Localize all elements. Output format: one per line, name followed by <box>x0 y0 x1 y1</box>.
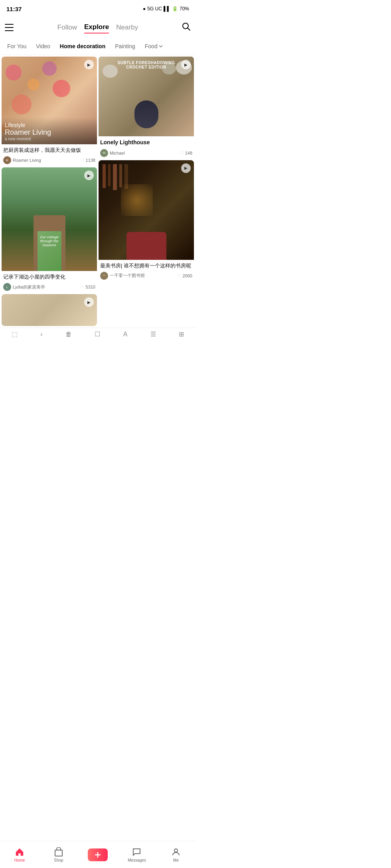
card-library-body: 最美书房| 谁不想拥有一个这样的书房呢 一 一千零一个图书馆 ♡ 2000 <box>99 260 194 281</box>
card-cottage-meta: L Lydia的家居美学 ♡ 5310 <box>3 283 95 291</box>
nav-follow[interactable]: Follow <box>57 22 77 33</box>
toolbar-edit-icon[interactable]: ☐ <box>95 330 100 338</box>
card-cottage-bg: Our cottagethrough theSeasons <box>2 167 97 271</box>
search-button[interactable] <box>182 22 191 33</box>
library-author-name: 一千零一个图书馆 <box>110 273 145 279</box>
card-lighthouse-author: M Michael <box>100 149 125 157</box>
card-kitchen-likes: ♡ 1138 <box>80 157 95 163</box>
card-cottage-title: 记录下湖边小屋的四季变化 <box>3 273 95 281</box>
right-column: SUBTLE FORESHADOWINGCROCHET EDITION ▶ Lo… <box>99 57 194 326</box>
roamer-avatar: R <box>3 156 11 164</box>
kitchen-likes-count: 1138 <box>86 158 95 163</box>
status-bar: 11:37 ● 5G UC ▌▌ 🔋 70% <box>0 0 196 18</box>
card-library[interactable]: ▶ 最美书房| 谁不想拥有一个这样的书房呢 一 一千零一个图书馆 ♡ 2000 <box>99 160 194 281</box>
card-kitchen-overlay: Lifestyle Roamer Living a new moment <box>2 117 97 144</box>
battery-label: 70% <box>180 6 189 12</box>
card-lighthouse[interactable]: SUBTLE FORESHADOWINGCROCHET EDITION ▶ Lo… <box>99 57 194 159</box>
nav-explore[interactable]: Explore <box>84 22 109 33</box>
toolbar-list-icon[interactable]: ☰ <box>150 330 156 338</box>
cat-for-you[interactable]: For You <box>3 41 30 51</box>
card-library-image: ▶ <box>99 160 194 260</box>
roamer-name: Roamer Living <box>13 158 41 163</box>
card-lighthouse-likes: ♡ 148 <box>180 150 192 156</box>
play-icon-library: ▶ <box>181 163 191 173</box>
lydia-name: Lydia的家居美学 <box>13 284 45 290</box>
toolbar-delete-icon[interactable]: 🗑 <box>65 331 72 338</box>
cat-home-decoration[interactable]: Home decoration <box>56 41 109 51</box>
play-icon-lighthouse: ▶ <box>181 60 191 69</box>
heart-icon: ♡ <box>80 157 85 163</box>
card-library-likes: ♡ 2000 <box>177 273 192 279</box>
signal-icon: ● <box>143 6 146 12</box>
status-icons: ● 5G UC ▌▌ 🔋 70% <box>143 6 189 12</box>
card-lighthouse-body: Lonely Lighthouse M Michael ♡ 148 <box>99 136 194 159</box>
cat-video[interactable]: Video <box>32 41 54 51</box>
card-lighthouse-meta: M Michael ♡ 148 <box>100 149 192 157</box>
left-column: Lifestyle Roamer Living a new moment ▶ 把… <box>2 57 97 326</box>
category-tabs: For You Video Home decoration Painting F… <box>0 37 196 55</box>
card-kitchen-body: 把厨房装成这样，我愿天天去做饭 R Roamer Living ♡ 1138 <box>2 144 97 166</box>
lydia-avatar: L <box>3 283 11 291</box>
card-lighthouse-bg: SUBTLE FORESHADOWINGCROCHET EDITION <box>99 57 194 136</box>
michael-avatar: M <box>100 149 108 157</box>
toolbar-grid-icon[interactable]: ⬚ <box>12 330 18 338</box>
card-cottage-body: 记录下湖边小屋的四季变化 L Lydia的家居美学 ♡ 5310 <box>2 271 97 293</box>
play-icon-partial: ▶ <box>84 297 94 307</box>
heart-icon-lighthouse: ♡ <box>180 150 184 156</box>
nav-left <box>5 24 14 31</box>
toolbar-text-icon[interactable]: A <box>123 331 128 338</box>
battery-icon: 🔋 <box>172 6 178 12</box>
card-library-meta: 一 一千零一个图书馆 ♡ 2000 <box>100 272 192 280</box>
card-library-author: 一 一千零一个图书馆 <box>100 272 145 280</box>
annotation-toolbar: ⬚ ‹ 🗑 ☐ A ☰ ⊞ <box>0 328 196 340</box>
cat-food[interactable]: Food <box>141 41 167 51</box>
card-kitchen-meta: R Roamer Living ♡ 1138 <box>3 156 95 164</box>
card-kitchen-image: Lifestyle Roamer Living a new moment ▶ <box>2 57 97 144</box>
card-kitchen[interactable]: Lifestyle Roamer Living a new moment ▶ 把… <box>2 57 97 166</box>
card-cottage-image: Our cottagethrough theSeasons ▶ <box>2 167 97 271</box>
card-kitchen-title: 把厨房装成这样，我愿天天去做饭 <box>3 147 95 154</box>
heart-icon-cottage: ♡ <box>80 284 85 290</box>
moment-label: a new moment <box>5 137 94 141</box>
toolbar-table-icon[interactable]: ⊞ <box>179 330 184 338</box>
play-icon-cottage: ▶ <box>84 171 94 180</box>
card-kitchen-author: R Roamer Living <box>3 156 41 164</box>
signal-bars: ▌▌ <box>164 6 170 12</box>
search-icon <box>182 22 191 31</box>
crochet-top-text: SUBTLE FORESHADOWINGCROCHET EDITION <box>118 61 175 69</box>
card-cottage-author: L Lydia的家居美学 <box>3 283 45 291</box>
card-lighthouse-title: Lonely Lighthouse <box>100 139 192 147</box>
roamer-living-label: Roamer Living <box>5 128 94 137</box>
card-library-bg <box>99 160 194 260</box>
michael-name: Michael <box>110 151 125 155</box>
menu-button[interactable] <box>5 24 14 31</box>
library-avatar: 一 <box>100 272 108 280</box>
svg-line-1 <box>188 28 190 30</box>
toolbar-back-icon[interactable]: ‹ <box>40 331 42 338</box>
lighthouse-likes-count: 148 <box>185 151 192 155</box>
card-kitchen-bg: Lifestyle Roamer Living a new moment <box>2 57 97 144</box>
card-partial-left-image: ▶ <box>2 294 97 326</box>
card-library-title: 最美书房| 谁不想拥有一个这样的书房呢 <box>100 262 192 269</box>
heart-icon-library: ♡ <box>177 273 182 279</box>
network-label: 5G UC <box>147 6 162 12</box>
lifestyle-label: Lifestyle <box>5 122 94 128</box>
status-time: 11:37 <box>6 6 22 12</box>
nav-bar: Follow Explore Nearby <box>0 18 196 37</box>
card-cottage-likes: ♡ 5310 <box>80 284 95 290</box>
nav-tabs: Follow Explore Nearby <box>57 22 138 33</box>
chevron-down-icon <box>158 44 163 49</box>
card-partial-left[interactable]: ▶ <box>2 294 97 326</box>
nav-nearby[interactable]: Nearby <box>116 22 138 33</box>
card-cottage[interactable]: Our cottagethrough theSeasons ▶ 记录下湖边小屋的… <box>2 167 97 293</box>
library-likes-count: 2000 <box>183 273 192 278</box>
cat-painting[interactable]: Painting <box>111 41 139 51</box>
season-text: Our cottagethrough theSeasons <box>40 235 59 247</box>
card-lighthouse-image: SUBTLE FORESHADOWINGCROCHET EDITION ▶ <box>99 57 194 136</box>
play-icon-kitchen: ▶ <box>84 60 94 69</box>
cottage-likes-count: 5310 <box>86 285 95 289</box>
content-grid: Lifestyle Roamer Living a new moment ▶ 把… <box>0 55 196 328</box>
content-area: Lifestyle Roamer Living a new moment ▶ 把… <box>0 55 196 372</box>
